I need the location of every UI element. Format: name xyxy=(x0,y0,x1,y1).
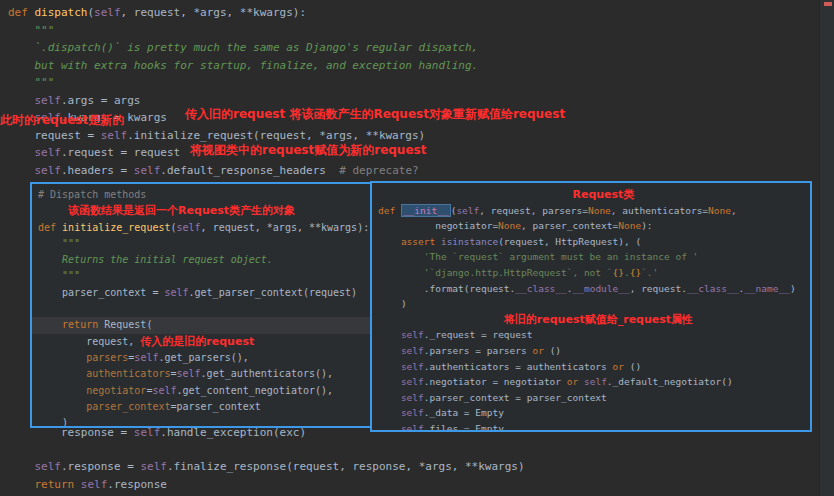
code-token: isinstance xyxy=(441,236,498,247)
code-line: self.authenticators = authenticators or … xyxy=(372,359,810,375)
code-token: self xyxy=(35,460,62,473)
annotation-assign-new-request: 将视图类中的request赋值为新的request xyxy=(190,142,426,159)
code-line: self._request = request xyxy=(372,327,810,343)
code-line: """ xyxy=(32,236,370,252)
code-token: return xyxy=(38,319,104,330)
code-token: ._default_negotiator() xyxy=(607,376,733,387)
code-token xyxy=(38,205,68,216)
inline-annotation: Request类 xyxy=(572,188,634,201)
code-token xyxy=(38,352,86,363)
code-token: .parser_context = parser_context xyxy=(424,392,607,403)
code-token: self xyxy=(35,94,62,107)
code-token xyxy=(378,407,401,418)
code-token: self xyxy=(401,392,424,403)
code-token: self xyxy=(94,6,121,19)
code-token: None xyxy=(498,220,521,231)
code-token: .response xyxy=(107,478,167,491)
dispatch-return-code: self.response = self.finalize_response(r… xyxy=(8,458,525,493)
code-token: request, xyxy=(38,336,140,347)
code-token xyxy=(378,423,401,432)
code-token: (request, HttpRequest), ( xyxy=(498,236,641,247)
code-line: assert isinstance(request, HttpRequest),… xyxy=(372,234,810,250)
code-token: self xyxy=(35,146,62,159)
code-line: self.files = Empty xyxy=(372,421,810,432)
code-line: Request类 xyxy=(372,187,810,203)
code-line: authenticators=self.get_authenticators()… xyxy=(32,366,370,382)
code-token: parser_context xyxy=(86,401,170,412)
code-token: 'The `request` argument must be an insta… xyxy=(378,251,698,262)
code-line: parser_context=parser_context xyxy=(32,399,370,415)
code-token xyxy=(378,345,401,356)
code-token xyxy=(38,368,86,379)
code-token: .authenticators = authenticators xyxy=(424,361,613,372)
code-token: self xyxy=(152,385,176,396)
code-token: __class__ xyxy=(687,283,738,294)
code-token: None xyxy=(618,220,641,231)
code-line: request, 传入的是旧的request xyxy=(32,334,370,350)
code-token xyxy=(8,94,35,107)
code-token: self xyxy=(401,329,424,340)
code-token: self xyxy=(456,205,479,216)
code-line: ) xyxy=(372,296,810,312)
scrollbar-track[interactable] xyxy=(819,0,834,496)
code-token: .request = request xyxy=(61,146,180,159)
code-token xyxy=(378,376,401,387)
code-token: negotiator= xyxy=(378,220,498,231)
code-token: {} xyxy=(613,267,624,278)
code-token: ._data = Empty xyxy=(424,407,504,418)
code-token xyxy=(38,401,86,412)
code-token: () xyxy=(544,345,561,356)
code-token: __name__ xyxy=(744,283,790,294)
code-token: ): xyxy=(641,220,652,231)
code-token: .get_parser_context(request) xyxy=(189,287,358,298)
code-line: """ xyxy=(8,22,478,40)
code-token: .parsers = parsers xyxy=(424,345,533,356)
code-token: assert xyxy=(378,236,441,247)
code-token xyxy=(378,361,401,372)
code-token: , request. xyxy=(630,283,687,294)
code-line: 将旧的request赋值给_request属性 xyxy=(372,312,810,328)
code-token: initialize_request xyxy=(62,222,170,233)
code-token: parsers xyxy=(86,352,128,363)
code-token xyxy=(38,385,86,396)
code-token: .format(request. xyxy=(378,283,515,294)
code-line: self.negotiator = negotiator or self._de… xyxy=(372,374,810,390)
code-line: Returns the initial request object. xyxy=(32,252,370,268)
code-token: =parser_context xyxy=(170,401,260,412)
code-token: .get_authenticators(), xyxy=(201,368,333,379)
code-token xyxy=(8,164,35,177)
code-token: self xyxy=(177,368,201,379)
code-token: `.dispatch()` is pretty much the same as… xyxy=(8,41,478,54)
code-line: .format(request.__class__.__module__, re… xyxy=(372,281,810,297)
code-line: parser_context = self.get_parser_context… xyxy=(32,285,370,301)
code-line: self.parsers = parsers or () xyxy=(372,343,810,359)
code-token: self xyxy=(134,352,158,363)
code-token: def xyxy=(38,222,62,233)
inline-annotation: 该函数结果是返回一个Request类产生的对象 xyxy=(68,204,295,217)
code-line: # Dispatch methods xyxy=(32,187,370,203)
code-line: self.parser_context = parser_context xyxy=(372,390,810,406)
code-token: .get_content_negotiator(), xyxy=(177,385,334,396)
code-line: self._data = Empty xyxy=(372,405,810,421)
code-token: self xyxy=(401,376,424,387)
code-line: def initialize_request(self, request, *a… xyxy=(32,220,370,236)
code-token: , request, *args, **kwargs): xyxy=(121,6,306,19)
code-token: or xyxy=(532,345,543,356)
code-token: , xyxy=(731,205,737,216)
code-token: self xyxy=(81,478,108,491)
code-token: """ xyxy=(38,270,80,281)
code-token: self xyxy=(35,164,62,177)
code-token: .initialize_request(request, *args, **kw… xyxy=(127,129,425,142)
code-line: '`django.http.HttpRequest`, not `{}.{}`.… xyxy=(372,265,810,281)
code-line-highlighted: return Request( xyxy=(32,317,370,333)
code-token: def xyxy=(8,6,35,19)
code-token: self xyxy=(401,407,424,418)
code-token: None xyxy=(708,205,731,216)
code-token xyxy=(8,146,35,159)
code-token: ) xyxy=(38,417,68,428)
code-token: # Dispatch methods xyxy=(38,189,146,200)
code-token: `.' xyxy=(641,267,658,278)
code-line: def dispatch(self, request, *args, **kwa… xyxy=(8,4,478,22)
code-token: self xyxy=(164,287,188,298)
code-token: .get_parsers(), xyxy=(158,352,248,363)
